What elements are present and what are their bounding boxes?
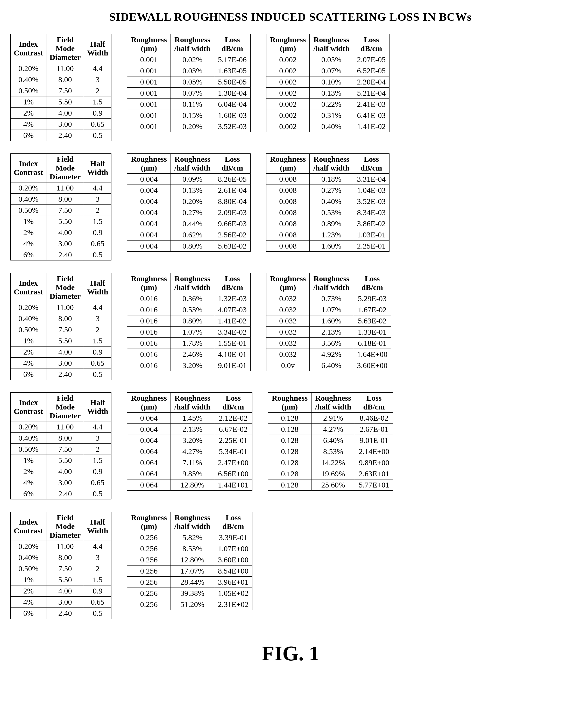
mid-header-0: Roughness(µm) xyxy=(127,512,170,532)
table-cell: 0.002 xyxy=(266,54,310,65)
table-row: 0.0322.13%1.33E-01 xyxy=(266,327,391,338)
table-row: 0.0321.07%1.67E-02 xyxy=(266,304,391,315)
right-header-1: Roughness/half width xyxy=(310,154,353,174)
table-cell: 0.128 xyxy=(268,435,311,446)
right-header-1: Roughness/half width xyxy=(310,34,353,54)
table-cell: 5.50 xyxy=(46,216,84,227)
table-row: 0.0020.13%5.21E-04 xyxy=(266,87,389,99)
table-cell: 0.10% xyxy=(310,76,353,87)
table-cell: 0.40% xyxy=(10,193,46,205)
table-cell: 0.064 xyxy=(127,468,170,479)
table-cell: 6.18E-01 xyxy=(353,338,391,349)
table-cell: 17.07% xyxy=(170,566,214,577)
table-cell: 4.00 xyxy=(46,227,84,238)
table-row: 2%4.000.9 xyxy=(10,346,111,358)
table-cell: 0.31% xyxy=(310,110,353,121)
right-header-0: Roughness(µm) xyxy=(268,393,311,413)
table-cell: 3.20% xyxy=(170,435,214,446)
mid-table-1: Roughness(µm)Roughness/half widthLossdB/… xyxy=(127,153,250,252)
table-cell: 3 xyxy=(84,552,111,563)
left-table-0: IndexContrastFieldModeDiameterHalfWidth0… xyxy=(10,34,111,141)
table-cell: 0.11% xyxy=(170,99,214,110)
left-header-0: IndexContrast xyxy=(10,34,46,63)
left-header-2: HalfWidth xyxy=(84,273,111,302)
mid-table-4: Roughness(µm)Roughness/half widthLossdB/… xyxy=(127,512,252,610)
table-cell: 1.78% xyxy=(170,338,214,349)
table-cell: 0.5 xyxy=(84,249,111,260)
table-cell: 4.07E-03 xyxy=(214,304,250,315)
table-row: 0.0020.05%2.07E-05 xyxy=(266,54,389,65)
table-cell: 0.016 xyxy=(127,293,170,304)
table-cell: 2.63E+01 xyxy=(355,468,393,479)
table-cell: 3 xyxy=(84,193,111,205)
table-cell: 0.13% xyxy=(310,87,353,99)
table-cell: 1.67E-02 xyxy=(353,304,391,315)
table-cell: 1% xyxy=(10,455,46,466)
table-cell: 4.00 xyxy=(46,346,84,358)
table-cell: 0.9 xyxy=(84,466,111,477)
table-row: 0.0080.53%8.34E-03 xyxy=(266,207,389,218)
table-row: 0.0010.03%1.63E-05 xyxy=(127,65,250,76)
table-cell: 0.064 xyxy=(127,479,170,491)
table-row: 1%5.501.5 xyxy=(10,455,111,466)
table-cell: 0.008 xyxy=(266,218,310,229)
table-cell: 0.002 xyxy=(266,121,310,132)
table-cell: 0.128 xyxy=(268,468,311,479)
table-row: 0.0320.73%5.29E-03 xyxy=(266,293,391,304)
table-cell: 0.53% xyxy=(310,207,353,218)
table-row: 4%3.000.65 xyxy=(10,358,111,369)
table-cell: 0.09% xyxy=(170,174,214,185)
table-row: 0.0040.20%8.80E-04 xyxy=(127,196,250,207)
table-row: 0.0010.15%1.60E-03 xyxy=(127,110,250,121)
table-cell: 0.016 xyxy=(127,338,170,349)
table-cell: 0.5 xyxy=(84,130,111,141)
table-cell: 8.00 xyxy=(46,193,84,205)
table-cell: 6.52E-05 xyxy=(353,65,390,76)
table-cell: 5.21E-04 xyxy=(353,87,390,99)
table-cell: 0.62% xyxy=(170,229,214,240)
table-cell: 1.07% xyxy=(310,304,353,315)
table-cell: 0.008 xyxy=(266,185,310,196)
right-header-2: LossdB/cm xyxy=(353,34,390,54)
table-cell: 0.40% xyxy=(10,74,46,85)
table-cell: 6.56E+00 xyxy=(214,468,253,479)
table-cell: 9.01E-01 xyxy=(355,435,393,446)
table-cell: 2.40 xyxy=(46,488,84,499)
table-cell: 0.65 xyxy=(84,477,111,488)
table-cell: 0.004 xyxy=(127,196,170,207)
table-cell: 0.128 xyxy=(268,479,311,491)
table-row: 0.06412.80%1.44E+01 xyxy=(127,479,252,491)
table-row: 0.50%7.502 xyxy=(10,85,111,97)
table-cell: 3.52E-03 xyxy=(353,196,390,207)
table-cell: 0.44% xyxy=(170,218,214,229)
table-row: 6%2.400.5 xyxy=(10,130,111,141)
table-cell: 0.65 xyxy=(84,358,111,369)
table-cell: 0.001 xyxy=(127,87,170,99)
table-row: 0.0080.89%3.86E-02 xyxy=(266,218,389,229)
table-cell: 0.73% xyxy=(310,293,353,304)
table-cell: 0.5 xyxy=(84,369,111,380)
table-row: 6%2.400.5 xyxy=(10,369,111,380)
mid-table-3: Roughness(µm)Roughness/half widthLossdB/… xyxy=(127,392,252,491)
table-cell: 0.256 xyxy=(127,588,170,599)
table-cell: 7.50 xyxy=(46,444,84,455)
section-row-2: IndexContrastFieldModeDiameterHalfWidth0… xyxy=(10,273,571,380)
table-cell: 0.002 xyxy=(266,99,310,110)
table-cell: 0.256 xyxy=(127,543,170,554)
table-cell: 25.60% xyxy=(312,479,355,491)
table-cell: 0.03% xyxy=(170,65,214,76)
table-cell: 0.128 xyxy=(268,457,311,468)
table-row: 0.0080.18%3.31E-04 xyxy=(266,174,389,185)
table-row: 0.50%7.502 xyxy=(10,563,111,574)
left-header-1: FieldModeDiameter xyxy=(46,273,84,302)
table-cell: 0.256 xyxy=(127,554,170,566)
table-row: 0.40%8.003 xyxy=(10,313,111,324)
table-cell: 9.66E-03 xyxy=(214,218,250,229)
table-cell: 1.41E-02 xyxy=(214,315,250,327)
table-cell: 4% xyxy=(10,119,46,130)
table-cell: 8.00 xyxy=(46,74,84,85)
table-cell: 6% xyxy=(10,249,46,260)
table-cell: 4.00 xyxy=(46,108,84,119)
table-cell: 0.40% xyxy=(10,313,46,324)
table-cell: 2.67E-01 xyxy=(355,424,393,435)
